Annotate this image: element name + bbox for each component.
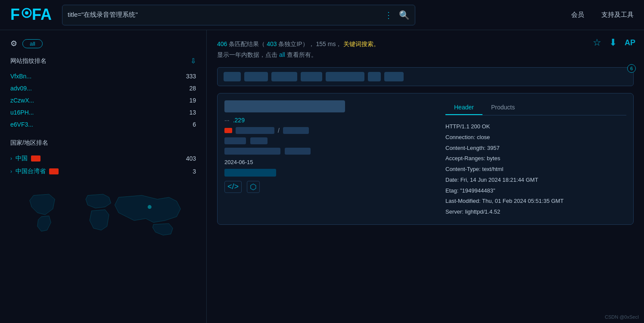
tag-7	[384, 72, 404, 81]
header-nav: 会员 支持及工具	[571, 11, 634, 19]
search-input[interactable]	[68, 11, 384, 19]
svg-point-4	[148, 205, 152, 209]
fingerprint-item-name: u16PH...	[10, 109, 34, 116]
detail-1	[224, 148, 280, 155]
fingerprint-item[interactable]: zCzwX... 19	[10, 94, 196, 106]
results-summary: 406 条匹配结果（ 403 条独立IP）， 155 ms， 关键词搜索。 显示…	[217, 39, 634, 60]
detail-2	[285, 148, 311, 155]
svg-point-2	[25, 11, 28, 15]
watermark: CSDN @0xSecI	[605, 314, 639, 320]
fingerprint-item-name: VfxBn...	[10, 73, 31, 80]
country-flag	[31, 155, 40, 162]
results-header-icons: ☆ ⬇ AP	[593, 37, 635, 48]
info-2	[250, 137, 268, 144]
card-detail-row	[224, 148, 437, 155]
country-name: 中国台湾省	[16, 168, 46, 175]
loc-region	[283, 127, 309, 134]
total-count: 406	[217, 40, 227, 47]
card-date: 2024-06-15	[224, 159, 437, 165]
country-count: 403	[186, 155, 196, 162]
fingerprint-item[interactable]: adv09... 28	[10, 82, 196, 94]
tag-3	[271, 72, 297, 81]
fingerprint-item-name: e6VF3...	[10, 121, 33, 128]
header-info-line: Content-Type: text/html	[445, 164, 626, 175]
code-icon[interactable]: </>	[224, 181, 242, 193]
header-info-line: Accept-Ranges: bytes	[445, 153, 626, 164]
filter-icon[interactable]: ⚙	[10, 39, 17, 48]
card-right: Header Products HTTP/1.1 200 OKConnectio…	[445, 100, 626, 217]
map-container	[10, 186, 196, 247]
sidebar: ⚙ all 网站指纹排名 ⇩ VfxBn... 333 adv09... 28 …	[0, 30, 207, 323]
card-left: ··· .229 /	[224, 100, 437, 217]
header-info-line: Date: Fri, 14 Jun 2024 18:21:44 GMT	[445, 175, 626, 186]
tag-6	[368, 72, 381, 81]
country-name: 中国	[16, 155, 28, 162]
results-area: ☆ ⬇ AP 406 条匹配结果（ 403 条独立IP）， 155 ms， 关键…	[207, 30, 644, 323]
header: F FA ⋮ 🔍 会员 支持及工具	[0, 0, 644, 30]
location-flag	[224, 128, 232, 133]
result-card: ··· .229 /	[217, 93, 634, 224]
fingerprint-item-count: 28	[189, 85, 196, 92]
svg-text:F: F	[10, 6, 20, 23]
fingerprint-filter-icon[interactable]: ⇩	[190, 57, 196, 65]
main-content: ⚙ all 网站指纹排名 ⇩ VfxBn... 333 adv09... 28 …	[0, 30, 644, 323]
all-badge[interactable]: all	[22, 39, 43, 48]
header-info-line: HTTP/1.1 200 OK	[445, 121, 626, 132]
tab-products[interactable]: Products	[482, 100, 523, 115]
tag-2	[244, 72, 268, 81]
country-item[interactable]: › 中国台湾省 3	[10, 165, 196, 178]
fingerprint-item-name: zCzwX...	[10, 97, 34, 104]
sidebar-top: ⚙ all	[10, 39, 196, 48]
breadcrumb-badge: 6	[627, 64, 636, 73]
card-link[interactable]	[224, 169, 276, 177]
logo: F FA	[10, 4, 53, 25]
country-flag	[49, 168, 59, 174]
fingerprint-item-count: 13	[189, 109, 196, 116]
header-info-line: Etag: "1949944483"	[445, 186, 626, 196]
card-location-row: /	[224, 127, 437, 134]
fingerprint-item-count: 19	[189, 97, 196, 104]
header-info-line: Content-Length: 3957	[445, 143, 626, 154]
fingerprint-item-count: 333	[186, 73, 196, 80]
chevron-icon: ›	[10, 155, 12, 162]
keyword-search-link[interactable]: 关键词搜索。	[343, 40, 380, 47]
more-icon[interactable]: ⋮	[384, 10, 393, 20]
breadcrumb-row: 6	[217, 67, 634, 86]
cube-icon[interactable]: ⬡	[247, 181, 260, 193]
loc-city	[236, 127, 274, 134]
fingerprint-item[interactable]: VfxBn... 333	[10, 70, 196, 82]
chevron-icon: ›	[10, 168, 12, 174]
port-badge: .229	[233, 117, 245, 124]
country-section-title: 国家/地区排名	[10, 139, 196, 147]
country-section: 国家/地区排名 › 中国 403 › 中国台湾省 3	[10, 139, 196, 178]
download-icon[interactable]: ⬇	[609, 37, 617, 48]
info-1	[224, 137, 246, 144]
star-icon[interactable]: ☆	[593, 37, 601, 48]
tag-5	[326, 72, 364, 81]
fingerprint-section-title: 网站指纹排名 ⇩	[10, 57, 196, 65]
fingerprint-item[interactable]: e6VF3... 6	[10, 118, 196, 130]
search-bar[interactable]: ⋮ 🔍	[62, 5, 415, 25]
card-url-row: ··· .229	[224, 117, 437, 124]
country-count: 3	[193, 168, 196, 175]
card-info-row	[224, 137, 437, 144]
fingerprint-list: VfxBn... 333 adv09... 28 zCzwX... 19 u16…	[10, 70, 196, 130]
card-icons-row: </> ⬡	[224, 181, 437, 193]
unique-ip: 403	[267, 40, 277, 47]
all-link[interactable]: all	[279, 51, 285, 58]
nav-tools[interactable]: 支持及工具	[601, 11, 634, 19]
fingerprint-item[interactable]: u16PH... 13	[10, 106, 196, 118]
tabs-row: Header Products	[445, 100, 626, 115]
search-icon[interactable]: 🔍	[399, 10, 410, 20]
header-info-line: Last-Modified: Thu, 01 Feb 2024 05:51:35…	[445, 196, 626, 207]
country-item[interactable]: › 中国 403	[10, 152, 196, 165]
country-left: › 中国	[10, 155, 40, 162]
tab-header[interactable]: Header	[445, 100, 482, 115]
svg-text:FA: FA	[32, 6, 52, 23]
fingerprint-item-count: 6	[193, 121, 196, 128]
nav-member[interactable]: 会员	[571, 11, 584, 19]
country-left: › 中国台湾省	[10, 168, 59, 175]
api-label[interactable]: AP	[625, 38, 635, 47]
card-title	[224, 100, 345, 112]
fingerprint-item-name: adv09...	[10, 85, 32, 92]
